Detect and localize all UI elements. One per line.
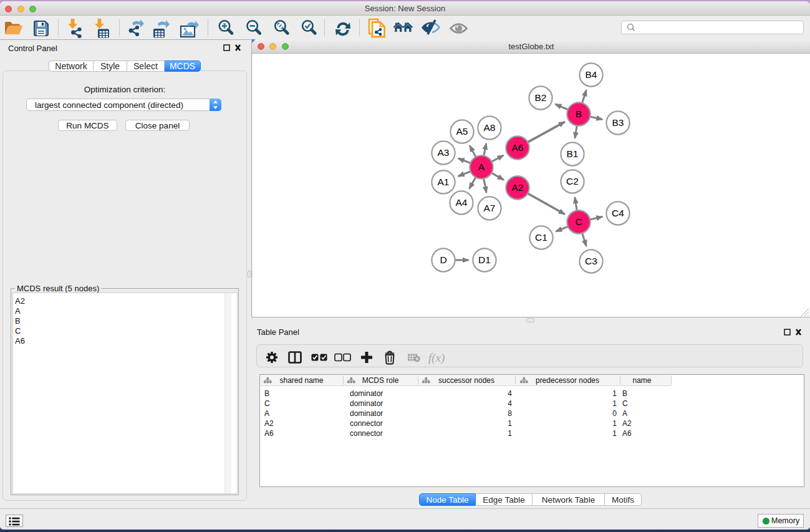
svg-text:A5: A5 bbox=[456, 126, 468, 137]
svg-text:A3: A3 bbox=[438, 147, 450, 158]
svg-text:B2: B2 bbox=[535, 92, 547, 103]
svg-text:C2: C2 bbox=[566, 176, 579, 186]
svg-text:B4: B4 bbox=[586, 69, 597, 80]
svg-text:A: A bbox=[478, 162, 485, 172]
svg-text:C3: C3 bbox=[585, 256, 597, 266]
svg-text:A1: A1 bbox=[438, 177, 450, 187]
svg-text:B: B bbox=[576, 109, 582, 119]
svg-text:C: C bbox=[575, 216, 582, 227]
svg-text:D: D bbox=[440, 254, 446, 265]
svg-text:A8: A8 bbox=[484, 122, 496, 133]
svg-text:f(x): f(x) bbox=[428, 351, 445, 365]
svg-text:B1: B1 bbox=[567, 148, 579, 159]
svg-text:A2: A2 bbox=[512, 182, 524, 193]
svg-text:B3: B3 bbox=[612, 117, 624, 128]
svg-text:A6: A6 bbox=[512, 142, 524, 153]
svg-text:C1: C1 bbox=[535, 232, 547, 243]
svg-text:A4: A4 bbox=[456, 197, 468, 208]
svg-text:C4: C4 bbox=[612, 208, 624, 218]
svg-text:A7: A7 bbox=[484, 203, 496, 213]
svg-text:D1: D1 bbox=[478, 254, 491, 265]
